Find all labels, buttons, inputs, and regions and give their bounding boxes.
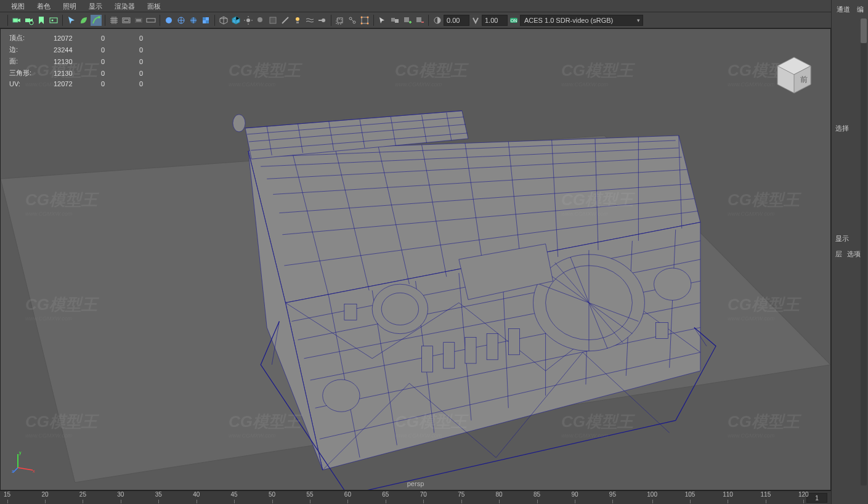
ao-icon[interactable] [267, 15, 278, 26]
view-cube[interactable]: 前 [773, 54, 816, 97]
isolate-pointer-icon[interactable] [377, 15, 388, 26]
axis-gizmo[interactable]: y x z [12, 449, 36, 474]
menu-display[interactable]: 显示 [83, 0, 108, 12]
menu-panels[interactable]: 面板 [141, 0, 167, 12]
svg-rect-1 [25, 18, 30, 22]
camera-select-icon[interactable] [11, 15, 22, 26]
menu-lighting[interactable]: 照明 [57, 0, 83, 12]
xray-component-icon[interactable] [359, 15, 370, 26]
svg-rect-3 [50, 18, 57, 23]
gate-mask-icon[interactable] [133, 15, 144, 26]
grid-icon[interactable] [108, 15, 120, 26]
gamma-icon[interactable] [470, 15, 481, 26]
motion-blur-icon[interactable] [317, 15, 328, 26]
svg-point-18 [258, 17, 262, 22]
shadows-icon[interactable] [255, 15, 266, 26]
svg-rect-25 [338, 18, 343, 23]
ruler-tick: 75 [458, 491, 464, 498]
svg-rect-26 [336, 19, 341, 24]
color-management-toggle-icon[interactable]: ON [508, 15, 519, 26]
svg-point-48 [381, 293, 418, 325]
xray-joint-icon[interactable] [347, 15, 358, 26]
ruler-tick: 105 [685, 491, 696, 498]
shade-selected-icon[interactable] [163, 15, 174, 26]
svg-point-49 [654, 268, 691, 300]
svg-rect-54 [465, 338, 476, 364]
svg-rect-10 [147, 18, 155, 22]
ruler-tick: 120 [798, 491, 809, 498]
separator [160, 15, 160, 26]
light-shape-icon[interactable] [292, 15, 303, 26]
ruler-tick: 85 [533, 491, 540, 498]
fog-icon[interactable] [304, 15, 315, 26]
svg-text:z: z [12, 469, 14, 473]
camera-lock-icon[interactable] [23, 15, 34, 26]
svg-text:x: x [33, 469, 35, 473]
menu-shading[interactable]: 着色 [31, 0, 57, 12]
ruler-tick: 115 [761, 491, 771, 498]
svg-point-33 [367, 22, 369, 24]
svg-point-17 [246, 18, 250, 22]
svg-rect-52 [422, 346, 433, 372]
svg-rect-15 [203, 17, 206, 20]
ruler-tick: 45 [231, 491, 238, 498]
camera-label: persp [407, 480, 424, 487]
scrollbar-vertical[interactable] [861, 18, 867, 486]
svg-text:ON: ON [511, 18, 517, 23]
options-tab[interactable]: 选项 [847, 250, 861, 259]
menu-renderer[interactable]: 渲染器 [108, 0, 141, 12]
svg-point-24 [322, 18, 325, 22]
image-plane-icon[interactable] [48, 15, 59, 26]
arrow-select-icon[interactable] [66, 15, 77, 26]
ruler-tick: 50 [269, 491, 275, 498]
viewport[interactable]: 顶点:1207200 边:2324400 面:1213000 三角形:12130… [0, 28, 831, 490]
xray-icon[interactable] [335, 15, 346, 26]
ruler-tick: 90 [571, 491, 578, 498]
svg-point-30 [361, 16, 363, 18]
ruler-tick: 15 [4, 491, 10, 498]
ruler-tick: 25 [79, 491, 86, 498]
exposure-value[interactable]: 0.00 [444, 15, 469, 26]
current-frame-field[interactable]: 1 [806, 493, 827, 503]
isolate-add-icon[interactable] [402, 15, 413, 26]
svg-point-4 [52, 19, 54, 21]
gamma-value[interactable]: 1.00 [482, 15, 508, 26]
tab-edit[interactable]: 编 [857, 5, 864, 14]
tab-channels[interactable]: 通道 [837, 5, 850, 14]
wireframe-icon[interactable] [176, 15, 187, 26]
ruler-tick: 100 [647, 491, 657, 498]
shade-wireframe-icon[interactable] [188, 15, 199, 26]
separator [105, 15, 105, 26]
ruler-tick: 30 [117, 491, 124, 498]
textured-icon[interactable] [200, 15, 211, 26]
leaf-icon[interactable] [78, 15, 89, 26]
ruler-tick: 55 [306, 491, 313, 498]
svg-rect-58 [656, 323, 668, 339]
isolate-group-icon[interactable] [389, 15, 400, 26]
time-ruler[interactable]: 1 15202530354045505560657075808590951001… [0, 490, 831, 504]
svg-point-11 [166, 17, 172, 23]
iso-shaded-icon[interactable] [230, 15, 241, 26]
exposure-icon[interactable] [432, 15, 443, 26]
isolate-remove-icon[interactable] [414, 15, 425, 26]
svg-rect-57 [344, 304, 357, 320]
ruler-tick: 65 [382, 491, 389, 498]
layers-tab[interactable]: 层 [835, 250, 842, 259]
resolution-gate-icon[interactable] [145, 15, 156, 26]
svg-rect-29 [362, 17, 368, 23]
svg-point-59 [233, 115, 245, 132]
ruler-tick: 40 [193, 491, 200, 498]
svg-rect-34 [391, 18, 395, 22]
bookmark-icon[interactable] [36, 15, 47, 26]
svg-rect-56 [508, 329, 519, 355]
menu-view[interactable]: 视图 [5, 0, 31, 12]
anti-alias-icon[interactable] [280, 15, 291, 26]
svg-text:y: y [19, 450, 22, 455]
colorspace-dropdown[interactable]: ACES 1.0 SDR-video (sRGB) [520, 15, 643, 26]
film-gate-icon[interactable] [121, 15, 132, 26]
lighting-icon[interactable] [243, 15, 254, 26]
iso-cube-icon[interactable] [218, 15, 229, 26]
ruler-tick: 110 [723, 491, 733, 498]
curve-brush-icon[interactable] [91, 15, 102, 26]
right-sidebar: 通道 编 选择 显示 层 选项 [831, 0, 868, 504]
